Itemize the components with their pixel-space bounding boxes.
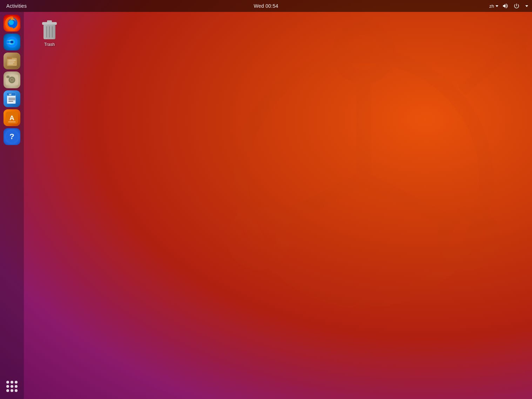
- dot-2: [11, 381, 13, 384]
- svg-rect-14: [7, 57, 12, 59]
- dot-4: [6, 385, 9, 388]
- svg-text:W: W: [9, 93, 12, 96]
- dot-5: [11, 385, 13, 388]
- svg-text:?: ?: [9, 132, 14, 141]
- volume-button[interactable]: [501, 3, 510, 9]
- svg-rect-22: [6, 76, 9, 78]
- dot-3: [15, 381, 18, 384]
- rhythmbox-icon: [5, 73, 19, 87]
- topbar-left: Activities: [3, 0, 30, 12]
- dot-9: [15, 389, 18, 392]
- system-menu-button[interactable]: [524, 5, 529, 7]
- svg-rect-16: [8, 62, 15, 63]
- apps-grid-icon: [6, 381, 18, 392]
- topbar-right: zh: [489, 3, 529, 9]
- language-chevron-icon: [496, 5, 498, 7]
- svg-point-12: [11, 41, 14, 44]
- trash-label: Trash: [44, 42, 55, 47]
- power-button[interactable]: [512, 3, 521, 9]
- dock-item-firefox[interactable]: [4, 15, 20, 32]
- dock: W A ?: [0, 12, 24, 399]
- svg-rect-17: [8, 63, 13, 64]
- topbar-clock[interactable]: Wed 00:54: [254, 3, 278, 9]
- language-label: zh: [489, 4, 494, 9]
- svg-text:A: A: [9, 114, 14, 122]
- activities-button[interactable]: Activities: [3, 0, 30, 12]
- desktop-icons-area: Trash: [28, 12, 532, 399]
- language-selector[interactable]: zh: [489, 4, 498, 9]
- system-menu-chevron-icon: [525, 5, 528, 7]
- dock-item-files[interactable]: [4, 53, 20, 69]
- files-icon: [5, 54, 19, 68]
- dock-item-software[interactable]: A: [4, 109, 20, 126]
- firefox-icon: [5, 16, 19, 30]
- svg-rect-36: [42, 22, 57, 25]
- dot-1: [6, 381, 9, 384]
- svg-point-21: [11, 79, 13, 81]
- desktop-icon-trash[interactable]: Trash: [34, 18, 65, 49]
- writer-icon: W: [5, 91, 19, 106]
- dock-item-rhythmbox[interactable]: [4, 71, 20, 88]
- show-apps-button[interactable]: [4, 378, 20, 395]
- appstore-icon: A: [5, 110, 19, 125]
- topbar: Activities Wed 00:54 zh: [0, 0, 532, 12]
- dock-item-thunderbird[interactable]: [4, 34, 20, 50]
- dot-6: [15, 385, 18, 388]
- dot-8: [11, 389, 13, 392]
- dot-7: [6, 389, 9, 392]
- desktop: Activities Wed 00:54 zh: [0, 0, 532, 399]
- power-icon: [513, 3, 520, 9]
- volume-icon: [502, 3, 509, 9]
- svg-rect-32: [8, 122, 16, 123]
- svg-rect-15: [8, 60, 16, 61]
- trash-icon: [40, 20, 59, 41]
- dock-item-writer[interactable]: W: [4, 90, 20, 107]
- help-icon: ?: [5, 129, 19, 144]
- thunderbird-icon: [5, 35, 19, 49]
- dock-item-help[interactable]: ?: [4, 128, 20, 145]
